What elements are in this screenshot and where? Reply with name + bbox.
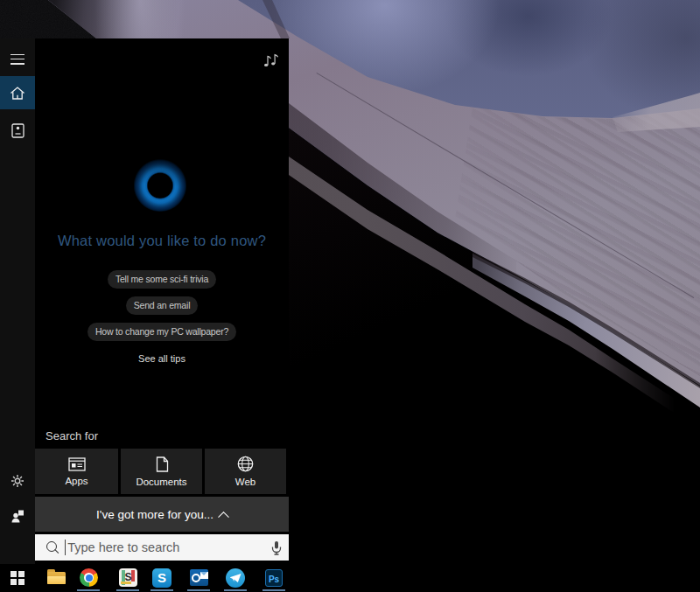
music-notes-icon[interactable] <box>262 50 279 69</box>
more-for-you-label: I've got more for you... <box>96 508 214 521</box>
cortana-nav-rail <box>0 38 35 564</box>
chrome-running-indicator <box>77 589 100 591</box>
slack-icon[interactable]: S <box>119 568 137 587</box>
category-tile-apps[interactable]: Apps <box>35 449 118 494</box>
cortana-panel: What would you like to do now? Tell me s… <box>0 38 289 564</box>
search-for-label: Search for <box>46 429 98 442</box>
apps-icon <box>68 457 86 471</box>
suggestion-pill[interactable]: Tell me some sci-fi trivia <box>108 270 216 289</box>
microphone-icon[interactable] <box>271 540 282 555</box>
category-tile-documents[interactable]: Documents <box>121 449 202 494</box>
suggestion-pills: Tell me some sci-fi trivia Send an email… <box>35 270 289 349</box>
gear-icon <box>10 474 24 488</box>
suggestion-pill[interactable]: Send an email <box>126 296 199 315</box>
category-tile-web[interactable]: Web <box>205 449 286 494</box>
taskbar: S S Ps <box>0 564 700 592</box>
file-explorer-icon[interactable] <box>47 569 66 584</box>
suggestion-pill[interactable]: How to change my PC wallpaper? <box>88 323 236 341</box>
cortana-main: What would you like to do now? Tell me s… <box>35 38 289 564</box>
feedback-button[interactable] <box>0 500 35 532</box>
telegram-running-indicator <box>224 589 247 591</box>
globe-icon <box>237 456 254 472</box>
feedback-icon <box>10 509 24 523</box>
skype-icon[interactable]: S <box>152 568 172 588</box>
home-button[interactable] <box>0 76 35 109</box>
outlook-icon[interactable] <box>190 569 208 586</box>
photoshop-icon[interactable]: Ps <box>265 569 283 587</box>
chrome-icon[interactable] <box>80 568 98 587</box>
notebook-button[interactable] <box>0 114 35 147</box>
cortana-logo <box>133 157 187 212</box>
chevron-up-icon <box>218 511 229 522</box>
text-caret <box>65 540 66 555</box>
photoshop-running-indicator <box>262 589 285 591</box>
category-tile-label: Documents <box>136 477 186 487</box>
menu-icon[interactable] <box>10 54 24 68</box>
category-tile-label: Apps <box>65 476 88 486</box>
skype-running-indicator <box>150 589 173 591</box>
document-icon <box>155 456 169 472</box>
start-button[interactable] <box>10 571 24 585</box>
slack-running-indicator <box>116 589 139 591</box>
category-tile-label: Web <box>235 477 256 487</box>
search-placeholder: Type here to search <box>67 540 271 554</box>
more-for-you-button[interactable]: I've got more for you... <box>35 497 289 532</box>
outlook-running-indicator <box>187 589 210 591</box>
cortana-greeting: What would you like to do now? <box>35 233 289 249</box>
home-icon <box>10 86 25 101</box>
settings-button[interactable] <box>0 465 35 497</box>
taskbar-search-box[interactable]: Type here to search <box>35 534 289 561</box>
see-all-tips-link[interactable]: See all tips <box>35 353 289 364</box>
search-icon <box>46 541 60 554</box>
notebook-icon <box>11 123 24 138</box>
telegram-icon[interactable] <box>226 568 245 588</box>
search-category-tiles: Apps Documents Web <box>35 449 286 494</box>
